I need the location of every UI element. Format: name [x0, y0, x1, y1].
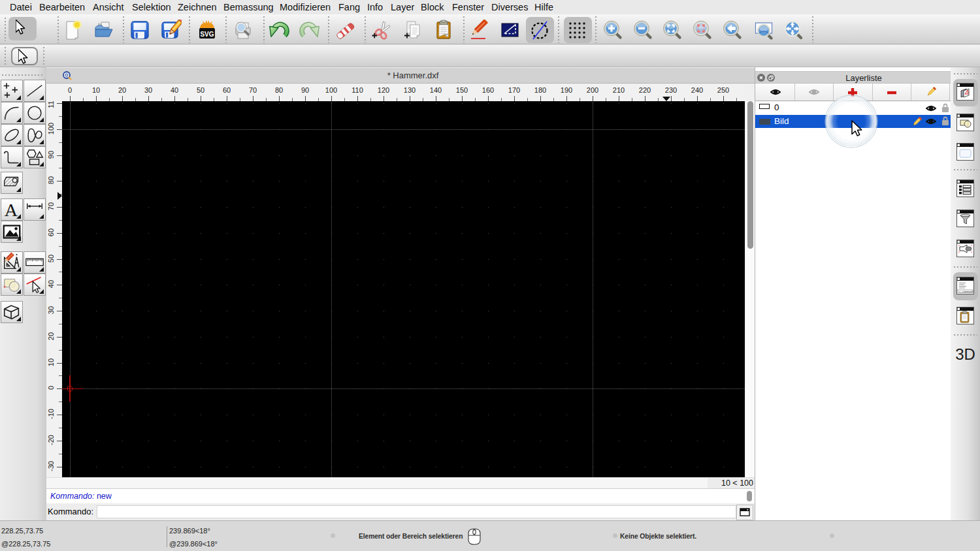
svg-text:SVG: SVG	[200, 31, 214, 38]
svg-text:<_ command: <_ command	[959, 291, 973, 293]
